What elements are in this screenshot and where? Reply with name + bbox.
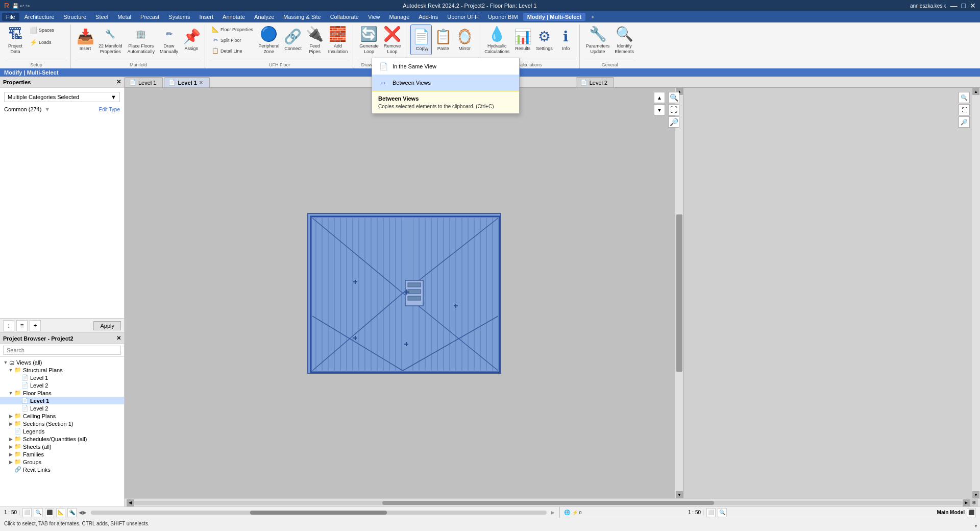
browser-close-btn[interactable]: ✕ [116, 335, 121, 342]
view-tab-level1-first[interactable]: 📄 Level 1 [125, 77, 163, 87]
btn-generate-loop[interactable]: 🔄 GenerateLoop [357, 25, 381, 56]
btn-identify-elements[interactable]: 🔍 IdentifyElements [612, 25, 636, 56]
copy-between-views-item[interactable]: ↔ Between Views [372, 75, 519, 91]
tree-ceiling-plans[interactable]: ▶ 📁 Ceiling Plans [0, 412, 124, 420]
menu-systems[interactable]: Systems [164, 13, 194, 21]
tree-legends[interactable]: 📄 Legends [0, 427, 124, 435]
tree-views-all[interactable]: ▼ 🗂 Views (all) [0, 359, 124, 366]
btn-parameters-update[interactable]: 🔧 ParametersUpdate [584, 25, 612, 56]
btn-paste[interactable]: 📋 Paste ▼ [433, 25, 453, 55]
right-zoom-out[interactable]: 🔎 [959, 116, 970, 128]
tree-floor-level2[interactable]: 📄 Level 2 [0, 404, 124, 412]
view-tab-level1-second[interactable]: 📄 Level 1 ✕ [164, 77, 209, 87]
browser-search-input[interactable] [3, 346, 121, 355]
maximize-btn[interactable]: □ [962, 2, 966, 10]
menu-metal[interactable]: Metal [113, 13, 135, 21]
minimize-btn[interactable]: — [950, 2, 958, 10]
right-zoom-in[interactable]: 🔍 [959, 92, 970, 103]
tree-revit-links[interactable]: 🔗 Revit Links [0, 466, 124, 473]
tree-families[interactable]: ▶ 📁 Families [0, 450, 124, 458]
btn-remove-loop[interactable]: ❌ RemoveLoop [382, 25, 403, 56]
btn-draw-manually[interactable]: ✏ DrawManually [158, 25, 180, 56]
scroll-corner[interactable]: ⊞ [970, 499, 978, 507]
rbottom-btn-1[interactable]: ⬜ [706, 508, 716, 517]
btn-assign[interactable]: 📌 Assign [181, 25, 202, 55]
scroll-left-btn[interactable]: ◀ [127, 499, 134, 506]
type-selector[interactable]: Multiple Categories Selected ▼ [4, 92, 120, 102]
view-tab-level2[interactable]: 📄 Level 2 [576, 77, 614, 87]
apply-btn[interactable]: Apply [93, 321, 121, 330]
zoom-out-btn[interactable]: 🔎 [668, 116, 679, 128]
btn-split-floor[interactable]: ✂ Split Floor [209, 35, 255, 45]
menu-addins[interactable]: Add-Ins [414, 13, 442, 21]
copy-same-view-item[interactable]: 📄 In the Same View [372, 58, 519, 75]
btn-place-floors[interactable]: 🏢 Place FloorsAutomatically [126, 25, 157, 56]
sort-alpha-btn[interactable]: ↕ [3, 320, 14, 331]
h-scrollbar[interactable]: ◀ ▶ ⊞ [125, 498, 980, 506]
v-scroll-thumb[interactable] [676, 214, 682, 372]
menu-collaborate[interactable]: Collaborate [326, 13, 363, 21]
tree-structural-plans[interactable]: ▼ 📁 Structural Plans [0, 366, 124, 374]
group-btn[interactable]: ≡ [16, 320, 28, 331]
nav-slider[interactable] [91, 511, 547, 515]
btn-connect[interactable]: 🔗 Connect [282, 25, 304, 55]
btn-hydraulic-calc[interactable]: 💧 HydraulicCalculations [482, 25, 511, 56]
btn-manifold-properties[interactable]: 🔧 22 ManifoldProperties [96, 25, 125, 56]
btn-loads[interactable]: ⚡ Loads [27, 37, 67, 48]
nav-down-btn[interactable]: ▼ [654, 104, 665, 115]
tree-floor-level1[interactable]: 📄 Level 1 [0, 397, 124, 404]
tree-sheets[interactable]: ▶ 📁 Sheets (all) [0, 443, 124, 450]
menu-uponor-ufh[interactable]: Uponor UFH [443, 13, 483, 21]
bottom-btn-4[interactable]: 📐 [56, 508, 65, 517]
btn-info[interactable]: ℹ Info [556, 25, 576, 55]
bottom-btn-5[interactable]: 🔦 [67, 508, 77, 517]
menu-manage[interactable]: Manage [385, 13, 414, 21]
right-scroll-up[interactable]: ▲ [972, 88, 979, 95]
menu-massing[interactable]: Massing & Site [279, 13, 325, 21]
btn-insert[interactable]: 📥 Insert [75, 25, 95, 55]
bottom-btn-2[interactable]: 🔍 [34, 508, 43, 517]
rbottom-btn-2[interactable]: 🔍 [718, 508, 727, 517]
expand-btn[interactable]: + [30, 320, 41, 331]
menu-steel[interactable]: Steel [91, 13, 112, 21]
btn-mirror[interactable]: 🪞 Mirror [454, 25, 475, 55]
menu-precast[interactable]: Precast [136, 13, 163, 21]
btn-settings[interactable]: ⚙ Settings [534, 25, 555, 55]
filter-arrow[interactable]: ▼ [44, 106, 50, 112]
btn-spaces[interactable]: ⬜ Spaces [27, 25, 67, 36]
menu-insert[interactable]: Insert [195, 13, 218, 21]
v-scrollbar[interactable]: ▲ ▼ [675, 88, 683, 498]
nav-slider-thumb[interactable] [250, 511, 387, 515]
edit-type-btn[interactable]: Edit Type [99, 107, 120, 112]
zoom-fit-btn[interactable]: ⛶ [668, 104, 679, 115]
btn-results[interactable]: 📊 Results [512, 25, 533, 55]
tree-structural-level2[interactable]: 📄 Level 2 [0, 381, 124, 389]
right-v-scrollbar[interactable]: ▲ ▼ [972, 88, 980, 498]
menu-architecture[interactable]: Architecture [20, 13, 59, 21]
floor-plan-canvas[interactable] [307, 213, 501, 374]
close-btn[interactable]: ✕ [970, 2, 976, 10]
rbottom-btn-3[interactable]: ⬛ [967, 508, 976, 517]
bottom-btn-3[interactable]: ⬛ [45, 508, 54, 517]
bottom-btn-1[interactable]: ⬜ [22, 508, 32, 517]
view-tab-close-btn[interactable]: ✕ [199, 80, 203, 85]
btn-detail-line[interactable]: 📋 Detail Line [209, 46, 255, 56]
menu-file[interactable]: File [2, 13, 19, 21]
btn-floor-properties[interactable]: 📐 Floor Properties [209, 25, 255, 35]
btn-project-data[interactable]: 🏗 ProjectData [5, 25, 26, 56]
properties-close-btn[interactable]: ✕ [116, 79, 121, 85]
right-scroll-down[interactable]: ▼ [972, 491, 979, 498]
tree-sections[interactable]: ▶ 📁 Sections (Section 1) [0, 420, 124, 427]
tab-modify-multiselect[interactable]: Modify | Multi-Select [523, 13, 585, 21]
right-zoom-fit[interactable]: ⛶ [959, 104, 970, 115]
btn-add-insulation[interactable]: 🧱 AddInsulation [326, 25, 350, 56]
nav-up-btn[interactable]: ▲ [654, 92, 665, 103]
btn-feed-pipes[interactable]: 🔌 FeedPipes [305, 25, 325, 56]
btn-peripheral-zone[interactable]: 🔵 PeripheralZone [256, 25, 281, 56]
tree-floor-plans[interactable]: ▼ 📁 Floor Plans [0, 389, 124, 397]
menu-annotate[interactable]: Annotate [218, 13, 249, 21]
menu-structure[interactable]: Structure [59, 13, 90, 21]
zoom-in-btn[interactable]: 🔍 [668, 92, 679, 103]
tree-groups[interactable]: ▶ 📁 Groups [0, 458, 124, 466]
menu-uponor-bim[interactable]: Uponor BIM [484, 13, 522, 21]
